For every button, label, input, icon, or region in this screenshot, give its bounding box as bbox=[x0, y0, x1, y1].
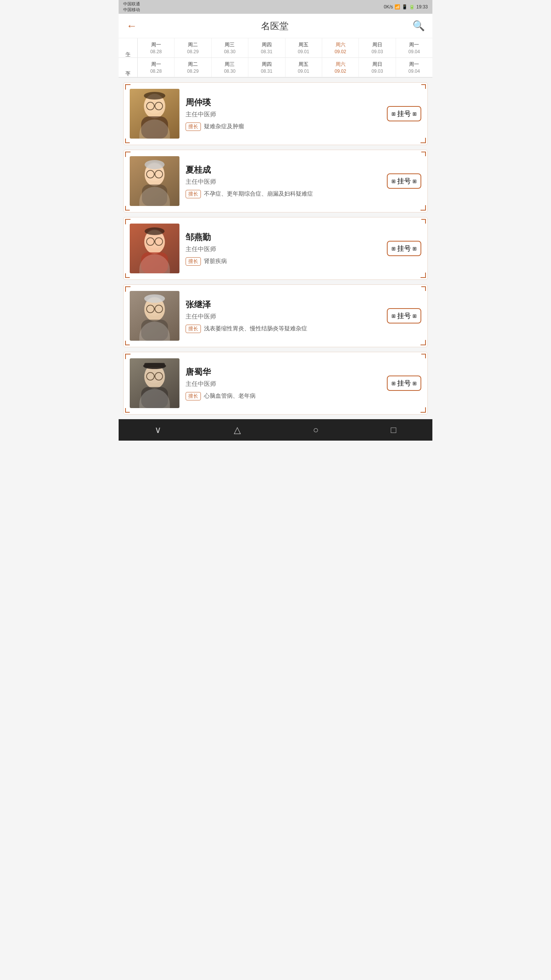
doctor-avatar-1 bbox=[130, 156, 179, 206]
afternoon-cell-1[interactable]: 周二 08.29 bbox=[174, 58, 211, 77]
wifi-icon: 📶 bbox=[395, 4, 400, 10]
doctor-specialty-4: 擅长 心脑血管病、老年病 bbox=[186, 392, 381, 400]
afternoon-cell-0[interactable]: 周一 08.28 bbox=[138, 58, 174, 77]
carrier1: 中国联通 bbox=[123, 1, 140, 7]
reg-label-3: 挂号 bbox=[397, 311, 411, 320]
reg-icon-left-3: ⊞ bbox=[391, 313, 396, 319]
afternoon-cell-2[interactable]: 周三 08.30 bbox=[212, 58, 248, 77]
reg-icon-right-0: ⊞ bbox=[412, 111, 417, 117]
afternoon-cell-6[interactable]: 周日 09.03 bbox=[359, 58, 396, 77]
page-title: 名医堂 bbox=[261, 20, 289, 32]
doctor-title-1: 主任中医师 bbox=[186, 178, 381, 186]
specialty-badge-1: 擅长 bbox=[186, 190, 201, 198]
specialty-badge-0: 擅长 bbox=[186, 122, 201, 131]
clock: 19:33 bbox=[416, 4, 428, 10]
corner-decoration-tr-1 bbox=[421, 152, 426, 156]
schedule-grid: 上午 周一 08.28 周二 08.29 周三 08.30 周四 08.31 周… bbox=[119, 38, 432, 78]
reg-icon-left-4: ⊞ bbox=[391, 381, 396, 386]
nav-down-button[interactable]: ∨ bbox=[145, 421, 171, 438]
doctor-info-4: 唐蜀华 主任中医师 擅长 心脑血管病、老年病 bbox=[186, 366, 381, 400]
svg-rect-1 bbox=[141, 116, 168, 139]
svg-rect-25 bbox=[141, 387, 168, 408]
doctor-name-3: 张继泽 bbox=[186, 299, 381, 310]
nav-back-button[interactable]: △ bbox=[225, 421, 250, 438]
nav-home-button[interactable]: ○ bbox=[304, 421, 328, 438]
reg-icon-right-4: ⊞ bbox=[412, 381, 417, 386]
reg-label-4: 挂号 bbox=[397, 379, 411, 388]
search-icon: 🔍 bbox=[412, 20, 425, 31]
battery-icon: 🔋 bbox=[409, 4, 415, 10]
corner-decoration-bl-2 bbox=[125, 273, 130, 278]
afternoon-cell-4[interactable]: 周五 09.01 bbox=[285, 58, 322, 77]
registration-button-3[interactable]: ⊞ 挂号 ⊞ bbox=[387, 308, 421, 323]
svg-rect-30 bbox=[144, 363, 165, 368]
morning-cells: 周一 08.28 周二 08.29 周三 08.30 周四 08.31 周五 0… bbox=[138, 38, 432, 57]
svg-rect-13 bbox=[141, 252, 168, 273]
morning-cell-3[interactable]: 周四 08.31 bbox=[248, 38, 285, 57]
header: ← 名医堂 🔍 bbox=[119, 14, 432, 38]
doctor-avatar-0 bbox=[130, 89, 179, 139]
reg-icon-left-0: ⊞ bbox=[391, 111, 396, 117]
doctor-specialty-1: 擅长 不孕症、更年期综合症、崩漏及妇科疑难症 bbox=[186, 190, 381, 198]
registration-button-2[interactable]: ⊞ 挂号 ⊞ bbox=[387, 241, 421, 256]
corner-decoration-bl-3 bbox=[125, 341, 130, 345]
afternoon-label: 下午 bbox=[119, 58, 138, 77]
reg-icon-right-3: ⊞ bbox=[412, 313, 417, 319]
specialty-text-0: 疑难杂症及肿瘤 bbox=[204, 123, 244, 130]
afternoon-cell-5[interactable]: 周六 09.02 bbox=[322, 58, 359, 77]
avatar-image-3 bbox=[130, 291, 179, 341]
morning-cell-0[interactable]: 周一 08.28 bbox=[138, 38, 174, 57]
specialty-badge-3: 擅长 bbox=[186, 325, 201, 333]
avatar-image-1 bbox=[130, 156, 179, 206]
doctor-info-2: 邹燕勤 主任中医师 擅长 肾脏疾病 bbox=[186, 232, 381, 266]
doctor-list: 周仲瑛 主任中医师 擅长 疑难杂症及肿瘤 ⊞ 挂号 ⊞ bbox=[119, 78, 432, 419]
specialty-text-4: 心脑血管病、老年病 bbox=[204, 392, 256, 400]
doctor-avatar-4 bbox=[130, 358, 179, 408]
doctor-card-1: 夏桂成 主任中医师 擅长 不孕症、更年期综合症、崩漏及妇科疑难症 ⊞ 挂号 ⊞ bbox=[123, 150, 428, 212]
back-button[interactable]: ← bbox=[126, 20, 137, 32]
reg-icon-right-2: ⊞ bbox=[412, 246, 417, 252]
doctor-info-3: 张继泽 主任中医师 擅长 浅表萎缩性胃炎、慢性结肠炎等疑难杂症 bbox=[186, 299, 381, 333]
search-button[interactable]: 🔍 bbox=[412, 20, 425, 32]
doctor-specialty-2: 擅长 肾脏疾病 bbox=[186, 257, 381, 266]
morning-cell-4[interactable]: 周五 09.01 bbox=[285, 38, 322, 57]
registration-button-1[interactable]: ⊞ 挂号 ⊞ bbox=[387, 173, 421, 189]
doctor-card-2: 邹燕勤 主任中医师 擅长 肾脏疾病 ⊞ 挂号 ⊞ bbox=[123, 217, 428, 280]
avatar-image-0 bbox=[130, 89, 179, 139]
registration-button-0[interactable]: ⊞ 挂号 ⊞ bbox=[387, 106, 421, 121]
svg-point-5 bbox=[144, 92, 165, 100]
morning-cell-6[interactable]: 周日 09.03 bbox=[359, 38, 396, 57]
specialty-text-2: 肾脏疾病 bbox=[204, 258, 227, 265]
morning-cell-2[interactable]: 周三 08.30 bbox=[212, 38, 248, 57]
corner-decoration-bl-1 bbox=[125, 206, 130, 211]
home-icon: ○ bbox=[313, 425, 319, 435]
doctor-specialty-3: 擅长 浅表萎缩性胃炎、慢性结肠炎等疑难杂症 bbox=[186, 325, 381, 333]
back-nav-icon: △ bbox=[234, 425, 241, 435]
corner-decoration-bl-0 bbox=[125, 139, 130, 143]
doctor-avatar-2 bbox=[130, 224, 179, 273]
afternoon-cell-7[interactable]: 周一 09.04 bbox=[396, 58, 432, 77]
doctor-card-0: 周仲瑛 主任中医师 擅长 疑难杂症及肿瘤 ⊞ 挂号 ⊞ bbox=[123, 82, 428, 145]
network-speed: 0K/s bbox=[384, 4, 393, 10]
doctor-title-0: 主任中医师 bbox=[186, 111, 381, 119]
morning-row: 上午 周一 08.28 周二 08.29 周三 08.30 周四 08.31 周… bbox=[119, 38, 432, 58]
specialty-badge-4: 擅长 bbox=[186, 392, 201, 400]
nav-recent-button[interactable]: □ bbox=[381, 421, 406, 438]
registration-button-4[interactable]: ⊞ 挂号 ⊞ bbox=[387, 376, 421, 391]
avatar-image-4 bbox=[130, 358, 179, 408]
morning-cell-7[interactable]: 周一 09.04 bbox=[396, 38, 432, 57]
corner-decoration-tr-4 bbox=[421, 354, 426, 358]
afternoon-cell-3[interactable]: 周四 08.31 bbox=[248, 58, 285, 77]
reg-icon-left-1: ⊞ bbox=[391, 178, 396, 184]
morning-cell-5[interactable]: 周六 09.02 bbox=[322, 38, 359, 57]
doctor-avatar-3 bbox=[130, 291, 179, 341]
reg-icon-left-2: ⊞ bbox=[391, 246, 396, 252]
doctor-name-2: 邹燕勤 bbox=[186, 232, 381, 243]
bottom-navigation: ∨ △ ○ □ bbox=[119, 419, 432, 441]
corner-decoration-tr-0 bbox=[421, 84, 426, 89]
svg-point-17 bbox=[145, 227, 165, 235]
morning-cell-1[interactable]: 周二 08.29 bbox=[174, 38, 211, 57]
doctor-title-2: 主任中医师 bbox=[186, 245, 381, 253]
morning-label: 上午 bbox=[119, 38, 138, 57]
doctor-card-4: 唐蜀华 主任中医师 擅长 心脑血管病、老年病 ⊞ 挂号 ⊞ bbox=[123, 352, 428, 415]
